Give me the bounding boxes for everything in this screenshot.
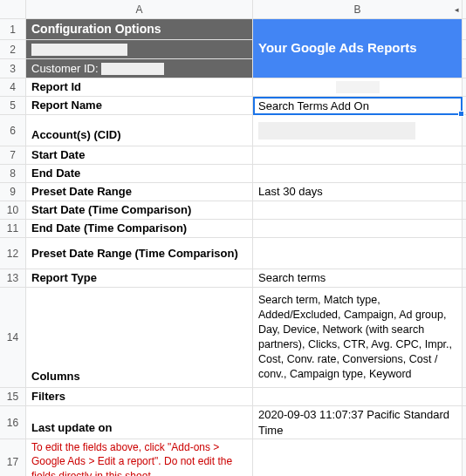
edge	[463, 220, 466, 238]
value-preset-range-cmp[interactable]	[253, 238, 463, 269]
edge	[463, 238, 466, 269]
edge	[463, 406, 466, 439]
label-report-type[interactable]: Report Type	[26, 269, 253, 288]
column-menu-icon[interactable]: ◂	[455, 5, 459, 14]
row-header[interactable]: 11	[0, 220, 26, 238]
selection-handle[interactable]	[458, 111, 464, 117]
edge	[463, 165, 466, 183]
value-report-id[interactable]	[253, 78, 463, 97]
label-preset-range-cmp[interactable]: Preset Date Range (Time Comparison)	[26, 238, 253, 269]
value-report-type[interactable]: Search terms	[253, 269, 463, 288]
edge	[463, 439, 466, 476]
row-header[interactable]: 7	[0, 146, 26, 165]
row-header[interactable]: 3	[0, 59, 26, 78]
label-accounts[interactable]: Account(s) (CID)	[26, 115, 253, 146]
label-preset-range[interactable]: Preset Date Range	[26, 183, 253, 201]
label-report-name[interactable]: Report Name	[26, 97, 253, 115]
edge	[463, 146, 466, 165]
config-title[interactable]: Configuration Options	[26, 19, 253, 40]
value-start-date[interactable]	[253, 146, 463, 165]
empty-cell[interactable]	[253, 439, 463, 476]
edge	[463, 269, 466, 288]
edge	[463, 0, 466, 19]
value-preset-range[interactable]: Last 30 days	[253, 183, 463, 201]
row-header[interactable]: 9	[0, 183, 26, 201]
edge	[463, 388, 466, 406]
value-accounts[interactable]	[253, 115, 463, 146]
value-columns[interactable]: Search term, Match type, Added/Excluded,…	[253, 288, 463, 388]
row-header[interactable]: 12	[0, 238, 26, 269]
label-last-update[interactable]: Last update on	[26, 406, 253, 439]
row-header[interactable]: 6	[0, 115, 26, 146]
label-start-date-cmp[interactable]: Start Date (Time Comparison)	[26, 201, 253, 220]
row-header[interactable]: 4	[0, 78, 26, 97]
label-filters[interactable]: Filters	[26, 388, 253, 406]
value-end-date-cmp[interactable]	[253, 220, 463, 238]
value-report-name-selected[interactable]: Search Terms Add On	[253, 97, 463, 115]
edge	[463, 201, 466, 220]
spreadsheet-grid[interactable]: A B◂ 1 Configuration Options Your Google…	[0, 0, 466, 476]
value-end-date[interactable]	[253, 165, 463, 183]
edge	[463, 40, 466, 59]
edge	[463, 115, 466, 146]
customer-id-label[interactable]: Customer ID:	[26, 59, 253, 78]
edit-note[interactable]: To edit the fields above, click "Add-ons…	[26, 439, 253, 476]
label-end-date-cmp[interactable]: End Date (Time Comparison)	[26, 220, 253, 238]
label-start-date[interactable]: Start Date	[26, 146, 253, 165]
label-columns[interactable]: Columns	[26, 288, 253, 388]
row-header[interactable]: 1	[0, 19, 26, 40]
row-header[interactable]: 5	[0, 97, 26, 115]
column-header-b[interactable]: B◂	[253, 0, 463, 19]
value-start-date-cmp[interactable]	[253, 201, 463, 220]
label-report-id[interactable]: Report Id	[26, 78, 253, 97]
row-header[interactable]: 10	[0, 201, 26, 220]
value-filters[interactable]	[253, 388, 463, 406]
column-header-a[interactable]: A	[26, 0, 253, 19]
edge	[463, 183, 466, 201]
row-header[interactable]: 2	[0, 40, 26, 59]
edge	[463, 288, 466, 388]
select-all-corner[interactable]	[0, 0, 26, 19]
edge	[463, 59, 466, 78]
row-header[interactable]: 8	[0, 165, 26, 183]
row-header[interactable]: 16	[0, 406, 26, 439]
row-header[interactable]: 17	[0, 439, 26, 476]
edge	[463, 19, 466, 40]
row-header[interactable]: 14	[0, 288, 26, 388]
row-header[interactable]: 15	[0, 388, 26, 406]
value-last-update[interactable]: 2020-09-03 11:07:37 Pacific Standard Tim…	[253, 406, 463, 439]
row-header[interactable]: 13	[0, 269, 26, 288]
header-redacted[interactable]	[26, 40, 253, 59]
label-end-date[interactable]: End Date	[26, 165, 253, 183]
edge	[463, 78, 466, 97]
reports-title[interactable]: Your Google Ads Reports	[253, 19, 463, 78]
